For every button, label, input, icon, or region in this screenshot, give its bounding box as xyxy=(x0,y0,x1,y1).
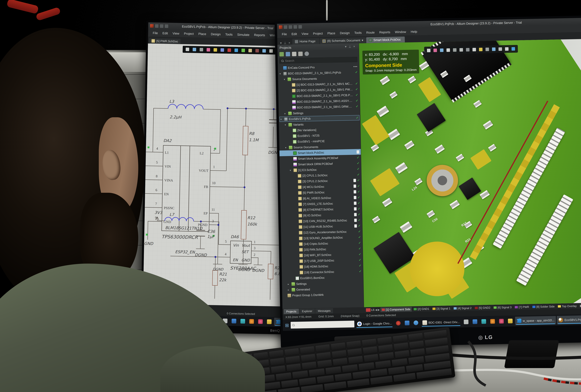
undo-icon[interactable] xyxy=(165,24,168,28)
panel-controls[interactable]: ▾⊥× xyxy=(278,41,292,45)
settings-icon[interactable] xyxy=(304,51,309,56)
status-icons: ✓ xyxy=(359,270,362,273)
projects-search-input[interactable] xyxy=(285,59,303,63)
document-tab[interactable]: Smart block.PcbDoc xyxy=(366,36,405,43)
right-quick-icons[interactable] xyxy=(279,25,302,29)
layer-tab[interactable]: [6] Signal 3 xyxy=(492,305,513,310)
layer-tab[interactable]: [4] Signal 2 xyxy=(452,306,473,311)
menu-item[interactable]: Reports xyxy=(252,32,268,38)
caret-down-icon[interactable]: ▾ xyxy=(345,45,346,48)
menu-item[interactable]: View xyxy=(299,31,311,36)
menu-item[interactable]: Design xyxy=(208,31,223,37)
expand-caret-icon[interactable]: ▾ xyxy=(285,146,288,149)
document-type-icon xyxy=(299,248,303,252)
document-type-icon xyxy=(292,282,295,286)
svg-text:EN: EN xyxy=(164,192,169,196)
schematic-canvas[interactable]: 4V2_LTE L3 2.2μH DA2 TPS63000DRCR R81.1M… xyxy=(143,43,298,307)
menu-item[interactable]: File xyxy=(150,30,160,36)
compile-icon[interactable] xyxy=(279,52,284,56)
menu-item[interactable]: Edit xyxy=(289,31,299,37)
document-type-icon xyxy=(298,174,302,178)
right-menu-list: FileEditViewProjectPlaceDesignToolsRoute… xyxy=(280,30,420,36)
pin-icon[interactable]: ⊥ xyxy=(284,41,286,45)
expand-caret-icon[interactable]: ▾ xyxy=(280,72,282,75)
layer-tab[interactable]: [7] PWR xyxy=(513,305,530,310)
altium-app-icon xyxy=(150,24,154,28)
document-type-icon xyxy=(288,294,291,297)
layer-color-swatch xyxy=(432,308,436,310)
pin-icon[interactable]: ⊥ xyxy=(348,45,351,48)
menu-item[interactable]: Route xyxy=(364,30,377,35)
panel-caret-icon[interactable]: ▾ xyxy=(280,41,282,45)
document-type-icon xyxy=(293,151,297,155)
svg-text:5: 5 xyxy=(156,160,158,164)
document-tab[interactable]: (8) Schematic Document▾ xyxy=(320,37,366,44)
projects-header-controls[interactable]: ▾⊥× xyxy=(343,44,356,48)
layer-tab[interactable]: [1] Component Side xyxy=(380,307,412,312)
snap-info: Snap: 0.1mm Hotspot Snap: 0.203mm xyxy=(365,68,417,73)
projects-search[interactable] xyxy=(279,57,358,63)
layer-tab[interactable]: [3] Signal 1 xyxy=(431,306,452,311)
document-tab[interactable]: Home Page xyxy=(292,38,320,44)
altium-app-icon xyxy=(279,25,282,29)
menu-item[interactable]: Help xyxy=(408,29,420,34)
open-icon[interactable] xyxy=(160,24,164,28)
menu-item[interactable]: View xyxy=(170,31,182,36)
left-quick-icons[interactable] xyxy=(150,24,168,28)
save-icon[interactable] xyxy=(155,24,158,28)
pcb-3d-viewport[interactable]: L24 C50 R12 R21 x: 83,200dx: -6,900mm y:… xyxy=(359,39,581,307)
layer-tab[interactable]: [2] GND1 xyxy=(412,307,431,312)
menu-item[interactable]: Place xyxy=(196,31,208,37)
layer-set-button[interactable] xyxy=(366,308,371,312)
svg-text:DA2: DA2 xyxy=(164,138,172,143)
menu-item[interactable]: Tools xyxy=(352,30,364,35)
scroll-left-icon[interactable]: ◀ xyxy=(375,308,377,311)
save-icon[interactable] xyxy=(284,25,287,29)
save-all-icon[interactable] xyxy=(298,51,303,56)
status-icons xyxy=(356,150,359,153)
layer-tab[interactable]: [5] GND2 xyxy=(474,305,492,310)
left-doc-tab-pwr[interactable]: [5] PWR.SchDoc xyxy=(149,38,180,44)
refresh-icon[interactable] xyxy=(286,52,290,56)
panel-tab[interactable]: Explorer xyxy=(299,309,315,314)
menu-item[interactable]: Project xyxy=(310,31,325,36)
menu-item[interactable]: Project xyxy=(182,31,196,36)
projects-toolbar[interactable] xyxy=(278,49,359,58)
layer-tab[interactable]: Bottom Overlay xyxy=(578,303,581,308)
status-icons: ✓ xyxy=(354,218,360,222)
menu-item[interactable]: Place xyxy=(325,30,338,36)
expand-caret-icon[interactable]: ▸ xyxy=(284,112,287,115)
undo-icon[interactable] xyxy=(294,25,297,29)
panel-tab[interactable]: Messages xyxy=(315,308,333,314)
redo-icon[interactable] xyxy=(298,25,302,29)
expand-caret-icon[interactable]: ▾ xyxy=(284,78,286,81)
open-icon[interactable] xyxy=(289,25,292,29)
menu-item[interactable]: Tools xyxy=(223,31,235,37)
layer-set-label: LS xyxy=(371,308,374,312)
menu-item[interactable]: Simulate xyxy=(235,32,252,37)
expand-caret-icon[interactable]: ▸ xyxy=(288,283,290,285)
projects-panel: Projects ▾⊥× EnCata Concor xyxy=(277,43,364,309)
document-type-icon xyxy=(292,100,296,104)
menu-item[interactable]: File xyxy=(280,31,289,37)
close-icon[interactable]: × xyxy=(353,44,355,48)
expand-caret-icon[interactable]: ▾ xyxy=(285,123,287,126)
svg-text:2: 2 xyxy=(214,148,215,151)
layer-tab[interactable]: Top Overlay xyxy=(556,304,578,309)
menu-item[interactable]: Design xyxy=(338,30,352,36)
menu-item[interactable]: Edit xyxy=(160,30,170,36)
svg-text:1μF: 1μF xyxy=(207,234,215,239)
scroll-right-icon[interactable]: ▶ xyxy=(378,308,380,311)
expand-caret-icon[interactable]: ▸ xyxy=(288,288,290,291)
status-icons: ✓ xyxy=(354,196,360,199)
svg-text:1: 1 xyxy=(254,240,256,244)
layer-tab[interactable]: [8] Solder Side xyxy=(531,304,556,309)
open-project-icon[interactable] xyxy=(292,52,296,56)
menu-item[interactable]: Reports xyxy=(377,29,393,35)
document-type-icon xyxy=(300,271,303,274)
expand-caret-icon[interactable]: ▾ xyxy=(280,118,283,120)
menu-item[interactable]: Window xyxy=(392,29,408,35)
expand-caret-icon[interactable]: ▾ xyxy=(290,169,292,172)
layer-color-swatch xyxy=(494,306,497,309)
close-icon[interactable]: × xyxy=(288,41,290,45)
